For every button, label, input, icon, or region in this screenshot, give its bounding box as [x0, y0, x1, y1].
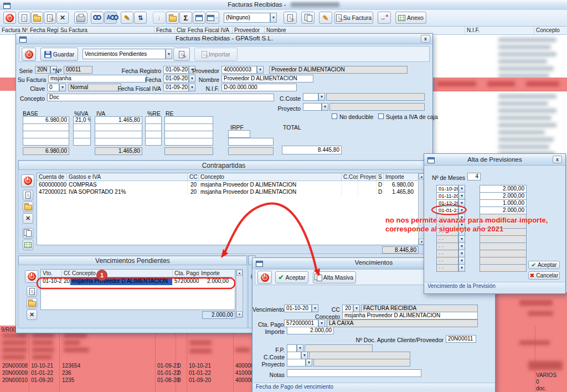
col-importe[interactable]: Importe [384, 173, 415, 180]
edit-invoice-button[interactable] [44, 12, 56, 24]
base-field-4[interactable] [23, 138, 69, 146]
base-field-1[interactable]: 6.980,00 [23, 116, 69, 124]
fp-value[interactable] [287, 344, 297, 352]
dropdown-arrow-icon[interactable] [322, 103, 328, 111]
pre-field-2[interactable] [145, 123, 162, 131]
cc-combo[interactable]: 20 [342, 305, 360, 312]
prevision-date-empty[interactable]: - - [436, 257, 458, 265]
dropdown-arrow-icon[interactable] [297, 344, 303, 352]
download-button[interactable]: ↓ [153, 12, 166, 24]
proyecto-combo[interactable] [287, 359, 312, 367]
prevision-amount[interactable]: 2.000,00 [480, 192, 527, 200]
prevision-date-combo[interactable]: - - [436, 250, 465, 257]
proveedor-code[interactable]: 400000003 [221, 66, 257, 74]
export-grid-button[interactable] [23, 240, 33, 250]
vencimiento-value[interactable]: 01-10-20 [284, 305, 312, 312]
prevision-date[interactable]: 01-01-21 [436, 207, 458, 214]
invoice-dialog-titlebar[interactable]: Facturas Recibidas - GPASoft S.L. x [16, 34, 432, 44]
delete-row-button[interactable]: ✕ [23, 213, 33, 224]
importar-button[interactable]: Importar [194, 48, 238, 61]
serie-value[interactable]: 20N [35, 66, 50, 74]
prevision-date-combo[interactable]: 01-12-20 [436, 199, 465, 207]
dropdown-arrow-icon[interactable] [458, 264, 465, 272]
table-row-selected[interactable]: 01-10-20 20 msjanha Proveedor D ALIMENTA… [41, 277, 235, 285]
open-row-button[interactable] [27, 298, 37, 308]
re-field-3[interactable] [164, 131, 213, 138]
form-edit-button[interactable] [284, 12, 297, 24]
alta-masiva-button[interactable]: Alta Masiva [313, 271, 356, 283]
prevision-amount[interactable]: 1.000,00 [480, 199, 527, 207]
ccoste-value[interactable] [303, 93, 318, 101]
prevision-date-combo[interactable]: - - [436, 243, 465, 250]
col-s[interactable]: S [377, 173, 384, 180]
prevision-date-combo[interactable]: - - [436, 214, 465, 221]
open-row-button[interactable] [23, 202, 33, 212]
archive-button[interactable] [166, 12, 179, 24]
exit-button[interactable] [21, 174, 34, 187]
dropdown-arrow-icon[interactable] [458, 221, 465, 229]
col-cta-pago[interactable]: Cta. Pago [173, 270, 199, 277]
irpf-pct-field[interactable] [228, 130, 250, 138]
close-icon[interactable]: x [421, 35, 430, 43]
exit-button[interactable] [22, 48, 36, 61]
pre-field-1[interactable] [145, 116, 162, 124]
dropdown-arrow-icon[interactable] [257, 66, 264, 74]
sum-button[interactable]: Σ [179, 12, 192, 24]
prevision-date-combo-circled[interactable]: 01-01-21 [436, 207, 465, 214]
print-button[interactable] [74, 12, 87, 24]
new-invoice-button[interactable] [18, 12, 30, 24]
prevision-date-combo[interactable]: - - [436, 221, 465, 229]
copy-rows-button[interactable] [23, 228, 33, 239]
piva-field-2[interactable] [73, 123, 91, 131]
dropdown-arrow-icon[interactable] [301, 352, 308, 359]
prevision-date-empty[interactable]: - - [436, 243, 458, 250]
scroll-up-icon[interactable] [236, 270, 243, 276]
dropdown-arrow-icon[interactable] [458, 199, 465, 207]
col-ccoste[interactable]: C.Coste [342, 173, 358, 180]
mode-dropdown-value[interactable]: Vencimientos Pendientes [83, 49, 166, 59]
prevision-date-combo[interactable]: 01-10-20 [436, 185, 465, 193]
prevision-date-empty[interactable]: - - [436, 228, 458, 236]
importe-field[interactable]: 2.000,00 [287, 327, 334, 334]
iva-field-4[interactable] [95, 138, 142, 146]
nif-field[interactable]: D-00.000.000 [221, 84, 297, 91]
prevision-date-empty[interactable]: - - [436, 264, 458, 272]
prevision-date[interactable]: 01-10-20 [436, 185, 458, 193]
exit-button[interactable] [25, 270, 38, 283]
pre-field-4[interactable] [145, 138, 162, 146]
sort-button[interactable]: ⇅ [134, 12, 147, 24]
col-nif[interactable]: N.I.F. [465, 27, 534, 34]
re-field-4[interactable] [164, 138, 213, 146]
table-row[interactable]: 600000000 COMPRAS 20 msjanha Proveedor D… [37, 181, 425, 188]
ndoc-field[interactable]: 20N00011 [446, 335, 476, 343]
dropdown-arrow-icon[interactable] [458, 185, 465, 193]
vencimientos-scrollbar[interactable] [236, 269, 243, 318]
re-field-1[interactable] [164, 116, 213, 124]
dropdown-arrow-icon[interactable] [270, 13, 277, 23]
no-deducible-checkbox[interactable] [332, 114, 337, 119]
prevision-date-empty[interactable]: - - [436, 250, 458, 257]
piva-field-3[interactable] [73, 131, 91, 138]
validate-button[interactable]: ✎ [121, 12, 133, 24]
delete-row-button[interactable]: ✕ [27, 310, 37, 320]
prevision-date[interactable]: 01-12-20 [436, 199, 458, 207]
prevision-date-empty[interactable]: - - [436, 214, 458, 221]
sujeta-iva-checkbox[interactable] [378, 114, 384, 119]
concepto-field[interactable]: msjanha Proveedor D ALIMENTACION [342, 312, 478, 319]
dropdown-arrow-icon[interactable] [312, 305, 318, 312]
aceptar-button[interactable]: ✔Aceptar [275, 271, 308, 283]
col-vto[interactable]: Vto. [41, 270, 62, 277]
filter-dropdown-value[interactable]: (Ninguno) [224, 13, 270, 23]
edit-mode-button[interactable] [173, 48, 190, 61]
su-factura-button[interactable]: Su Factura [334, 12, 373, 24]
cta-pago-combo[interactable]: 572000001 [284, 319, 325, 327]
merge-windows-button[interactable] [301, 12, 315, 24]
col-proyecto[interactable]: Proyecto [358, 173, 377, 180]
scroll-down-icon[interactable] [236, 311, 243, 317]
anexo-button[interactable]: Anexo [395, 12, 426, 24]
col-concepto[interactable]: Concepto [70, 270, 173, 277]
open-invoice-button[interactable] [31, 12, 43, 24]
prevision-date-empty[interactable]: - - [436, 221, 458, 229]
ccoste-combo[interactable] [303, 93, 325, 101]
delete-invoice-button[interactable]: ✕ [56, 12, 69, 24]
